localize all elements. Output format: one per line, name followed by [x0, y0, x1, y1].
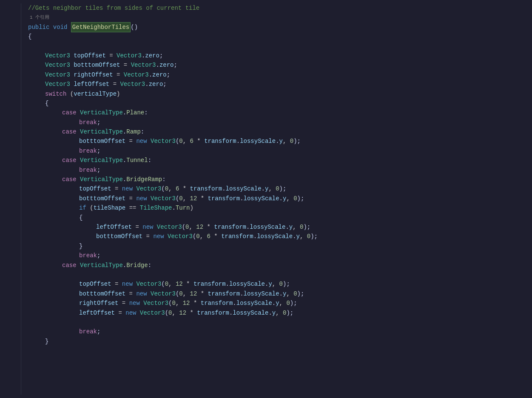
- code-line: rightOffset = new Vector3 ( 0 , 12 * tra…: [28, 298, 525, 308]
- code-line: break ;: [28, 146, 525, 156]
- code-line: {: [28, 32, 525, 41]
- code-line-empty: [28, 270, 525, 279]
- code-editor: //Gets neighbor tiles from sides of curr…: [0, 0, 532, 398]
- code-line: break ;: [28, 165, 525, 175]
- comment-text: //Gets neighbor tiles from sides of curr…: [28, 3, 199, 13]
- code-line: botttomOffset = new Vector3 ( 0 , 12 * t…: [28, 289, 525, 298]
- method-name: GetNeighborTiles: [71, 22, 131, 32]
- code-line: case VerticalType . Tunnel :: [28, 156, 525, 165]
- code-line: topOffset = new Vector3 ( 0 , 6 * transf…: [28, 184, 525, 193]
- code-line: case VerticalType . Bridge :: [28, 261, 525, 270]
- code-line-empty: [28, 42, 525, 51]
- code-line: switch ( verticalType ): [28, 89, 525, 99]
- code-line: //Gets neighbor tiles from sides of curr…: [28, 3, 525, 13]
- code-line: botttomOffset = new Vector3 ( 0 , 6 * tr…: [28, 232, 525, 241]
- code-line: if ( tileShape == TileShape . Turn ): [28, 203, 525, 213]
- code-line: break ;: [28, 118, 525, 127]
- code-line: botttomOffset = new Vector3 ( 0 , 6 * tr…: [28, 136, 525, 146]
- code-line: }: [28, 242, 525, 251]
- code-line: }: [28, 337, 525, 346]
- code-line: case VerticalType . BridgeRamp :: [28, 175, 525, 184]
- code-line: break ;: [28, 327, 525, 336]
- code-line-empty: [28, 318, 525, 327]
- ref-count: 1 个引用: [30, 13, 49, 22]
- code-line: case VerticalType . Plane :: [28, 108, 525, 117]
- code-line: {: [28, 99, 525, 108]
- code-line: botttomOffset = new Vector3 ( 0 , 12 * t…: [28, 194, 525, 203]
- code-line-ref: 1 个引用: [28, 13, 525, 22]
- code-content[interactable]: //Gets neighbor tiles from sides of curr…: [21, 3, 532, 395]
- code-line: case VerticalType . Ramp :: [28, 127, 525, 136]
- code-line: topOffset = new Vector3 ( 0 , 12 * trans…: [28, 279, 525, 289]
- code-line: Vector3 leftOffset = Vector3 . zero ;: [28, 80, 525, 89]
- code-line-method: public void GetNeighborTiles (): [28, 23, 525, 32]
- code-line: leftOffset = new Vector3 ( 0 , 12 * tran…: [28, 308, 525, 318]
- code-line: {: [28, 213, 525, 222]
- code-line: Vector3 rightOffset = Vector3 . zero ;: [28, 70, 525, 80]
- code-line: Vector3 topOffset = Vector3 . zero ;: [28, 51, 525, 60]
- code-line: Vector3 botttomOffset = Vector3 . zero ;: [28, 60, 525, 70]
- code-line: break ;: [28, 251, 525, 260]
- code-line: leftOffset = new Vector3 ( 0 , 12 * tran…: [28, 222, 525, 232]
- keyword-void: void: [53, 23, 68, 32]
- keyword-public: public: [28, 23, 49, 32]
- line-numbers: [0, 3, 21, 395]
